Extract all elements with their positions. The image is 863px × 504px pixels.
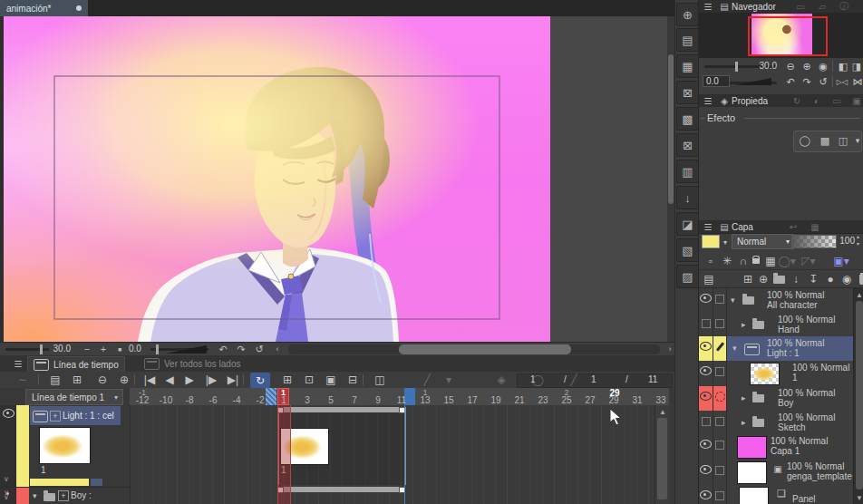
collapse-button[interactable]: ‹ [270, 343, 285, 355]
scrollbar-thumb[interactable] [668, 54, 674, 204]
nav-redo-icon[interactable]: ↷ [800, 75, 814, 88]
eye-icon[interactable] [700, 440, 712, 449]
onion-skin-icon[interactable]: ▣ [323, 373, 339, 387]
edit-state-cell[interactable] [713, 313, 727, 336]
undo-button[interactable]: ↶ [216, 343, 230, 355]
scroll-up-icon[interactable]: ▲ [657, 406, 668, 417]
merge-down-icon[interactable]: ↧ [805, 272, 821, 286]
draft-layer-icon[interactable]: ✳ [719, 254, 735, 268]
timeline-select-dropdown[interactable]: Línea de tiempo 1 ▾ [25, 389, 123, 405]
add-cel-icon[interactable]: + [58, 490, 69, 501]
chevron-down-icon[interactable]: ▾ [850, 134, 863, 147]
nav-zoom-out-icon[interactable]: ⊖ [783, 60, 798, 73]
nav-undo-icon[interactable]: ↶ [783, 75, 798, 88]
chevron-down-icon[interactable]: ▾ [731, 296, 735, 305]
scroll-up-icon[interactable]: ▲ [854, 289, 863, 300]
checkbox-icon[interactable] [715, 295, 724, 304]
information-tab-icon[interactable]: ⓘ [837, 0, 851, 13]
skip-start-icon[interactable]: |◀ [141, 373, 158, 387]
apply-mask-icon[interactable]: ◉ [839, 272, 855, 286]
document-tab[interactable]: animación* [0, 0, 88, 16]
skip-end-icon[interactable]: ▶| [225, 373, 241, 387]
save-material-button[interactable]: ▦ [676, 54, 699, 78]
eye-icon[interactable] [700, 342, 712, 351]
catalog-material-button[interactable]: ▥ [676, 160, 699, 183]
lasso-icon[interactable]: ◯ [529, 373, 546, 387]
visibility-cell[interactable] [699, 336, 713, 361]
redo-button[interactable]: ↷ [234, 343, 248, 355]
timeline-ruler[interactable]: Línea de tiempo 1 ▾ 1 29 -12-10-8-6-4-21… [0, 388, 674, 405]
layer-color-icon[interactable]: ▣▾ [833, 254, 849, 268]
zoom-rotate-tool-button[interactable]: ⊕ [676, 3, 699, 26]
next-frame-icon[interactable]: |▶ [203, 373, 219, 387]
nav-fit-area-icon[interactable]: ◨ [849, 60, 863, 73]
checkbox-icon[interactable] [715, 491, 724, 500]
tone-effect-icon[interactable]: ▩ [818, 134, 832, 147]
extract-line-icon[interactable]: ◫ [836, 134, 850, 147]
layer-tab2-icon[interactable]: ↩ [786, 220, 800, 233]
edit-state-cell[interactable] [713, 411, 727, 434]
delete-layer-icon[interactable] [855, 272, 863, 286]
visibility-cell[interactable] [699, 313, 713, 336]
checkbox-icon[interactable] [715, 466, 724, 475]
layer-row-capa-1[interactable]: 100 % NormalCapa 1 [699, 434, 853, 460]
new-layer-settings-icon[interactable]: ⊕ [755, 272, 771, 286]
layer-list-scrollbar[interactable]: ▲ ▼ [853, 288, 863, 504]
menu-icon[interactable]: ☰ [11, 357, 25, 370]
blend-mode-select[interactable]: Normal ▾ [732, 234, 794, 249]
layer-row-boy[interactable]: ▸ 100 % NormalBoy [699, 386, 853, 412]
prop-tab3-icon[interactable]: ◐ [810, 94, 824, 107]
navigator-preview[interactable] [699, 13, 863, 58]
edit-state-cell[interactable] [713, 386, 727, 411]
pen-dropdown-icon[interactable]: ▾ [441, 373, 457, 387]
subview-tab-icon[interactable]: ▭ [793, 0, 808, 13]
visibility-cell[interactable] [699, 361, 713, 386]
prop-tab4-icon[interactable]: ▭ [829, 94, 844, 107]
layer-palette-options-icon[interactable]: ▤ [701, 272, 717, 286]
chevron-right-icon[interactable]: ▸ [742, 393, 746, 402]
nav-zoom-in-icon[interactable]: ⊕ [800, 60, 814, 73]
prop-tab2-icon[interactable]: ↻ [790, 94, 804, 107]
checkbox-icon[interactable] [715, 441, 724, 450]
nav-fit-icon[interactable]: ◉ [816, 60, 830, 73]
prev-frame-icon[interactable]: ◀ [161, 373, 178, 387]
pen-tool-icon[interactable]: ╱ [419, 373, 435, 387]
cloud-material-button[interactable]: ▧ [676, 238, 699, 262]
tone-material-button[interactable]: ▩ [676, 107, 699, 131]
tab-navigator[interactable]: Navegador [732, 0, 776, 13]
lock-material-button[interactable]: ▨ [676, 265, 699, 288]
canvas[interactable] [4, 16, 550, 342]
chevron-right-icon[interactable]: ▸ [742, 320, 746, 329]
border-effect-icon[interactable]: ◯ [798, 134, 812, 147]
opacity-stepper[interactable]: ▴▾ [857, 233, 859, 247]
layer-tab3-icon[interactable]: ▦ [808, 220, 822, 233]
layer-row-genga-template[interactable]: ▣ 100 % Normalgenga_template [699, 460, 853, 486]
prop-tab5-icon[interactable]: ▣ [849, 94, 863, 107]
checkbox-icon[interactable] [702, 417, 711, 426]
menu-icon[interactable]: ☰ [701, 220, 715, 233]
layer-row-all-character[interactable]: ▾ 100 % NormalAll character [699, 288, 853, 314]
transfer-down-icon[interactable]: ↓ [788, 272, 804, 286]
opacity-slider[interactable] [791, 235, 837, 248]
eye-icon[interactable] [700, 294, 712, 303]
light-table-icon[interactable]: ◫ [372, 373, 388, 387]
timeline-settings-icon[interactable]: ▤ [47, 373, 63, 387]
quick-material-button[interactable]: ▤ [676, 28, 699, 52]
zoom-out-icon[interactable]: ⊖ [94, 373, 111, 387]
light-clip-bar[interactable] [278, 407, 404, 412]
tab-layer-property[interactable]: Propieda [732, 94, 768, 107]
lock-transparent-icon[interactable]: ▦ [762, 254, 779, 268]
nav-flip-icon[interactable]: ▷◁ [835, 75, 849, 88]
wrap-selection-icon[interactable]: ▫ [703, 254, 719, 268]
playhead-column[interactable] [277, 405, 291, 504]
quick-access-tab-icon[interactable]: ▱ [815, 0, 829, 13]
visibility-cell[interactable] [699, 485, 713, 504]
collapse-track-icon[interactable]: ∨ [4, 475, 9, 483]
eye-icon[interactable] [700, 465, 712, 474]
light-track-header[interactable]: + Light : 1 : cel [30, 406, 121, 425]
edit-state-cell[interactable] [713, 361, 727, 386]
visibility-cell[interactable] [699, 460, 713, 485]
layer-row-hand[interactable]: ▸ 100 % NormalHand [699, 313, 853, 337]
boy-clip-bar[interactable] [278, 487, 404, 492]
cel-batch-icon[interactable]: ⊟ [344, 373, 361, 387]
